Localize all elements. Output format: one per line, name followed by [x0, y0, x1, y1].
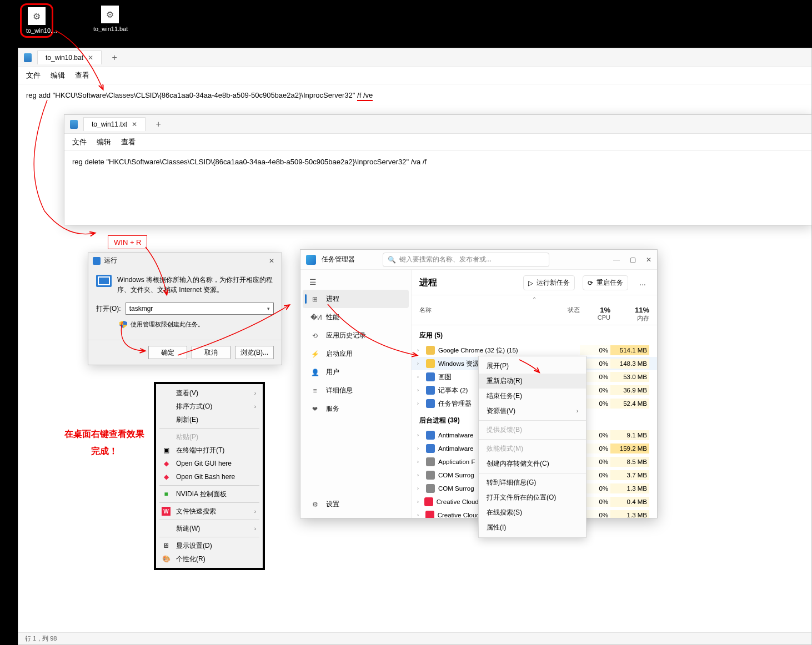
blank-icon [162, 432, 171, 441]
chevron-right-icon[interactable]: › [417, 512, 422, 518]
process-mem: 514.1 MB [610, 345, 649, 355]
ctx-item[interactable]: 转到详细信息(G) [479, 475, 586, 490]
chevron-right-icon: › [254, 508, 256, 515]
menu-view[interactable]: 查看 [121, 137, 136, 147]
ctx-item[interactable]: 展开(P) [479, 359, 586, 374]
chevron-right-icon[interactable]: › [417, 374, 423, 380]
close-icon[interactable]: ✕ [266, 257, 277, 265]
chevron-right-icon[interactable]: › [417, 459, 423, 465]
maximize-icon[interactable]: ▢ [630, 256, 636, 264]
chevron-right-icon[interactable]: › [417, 401, 423, 406]
ctx-item[interactable]: 排序方式(O)› [156, 400, 263, 413]
more-button[interactable]: … [636, 278, 649, 288]
editor-text-underlined: /f /ve [357, 91, 373, 101]
process-mem: 8.5 MB [610, 457, 649, 467]
process-icon [426, 386, 435, 395]
menu-edit[interactable]: 编辑 [97, 137, 111, 147]
run-new-label: 运行新任务 [537, 278, 570, 288]
new-tab-button[interactable]: + [107, 53, 122, 63]
ctx-item[interactable]: 创建内存转储文件(C) [479, 456, 586, 471]
col-mem[interactable]: 内存 [610, 314, 649, 323]
close-tab-icon[interactable]: ✕ [88, 54, 93, 62]
menu-view[interactable]: 查看 [75, 70, 89, 80]
sidebar-item[interactable]: ≡详细信息 [303, 381, 409, 400]
sidebar-item[interactable]: ⊞进程 [303, 290, 409, 308]
editor-content[interactable]: reg delete "HKCU\Software\Classes\CLSID\… [64, 151, 811, 173]
close-icon[interactable]: ✕ [646, 256, 651, 264]
ctx-item[interactable]: 在线搜索(S) [479, 505, 586, 520]
col-status[interactable]: 状态 [568, 306, 580, 313]
run-open-label: 打开(O): [96, 304, 121, 314]
taskmgr-search-input[interactable]: 🔍 键入要搜索的名称、发布者或... [383, 253, 549, 267]
tab-to-win10[interactable]: to_win10.bat ✕ [37, 51, 102, 64]
close-tab-icon[interactable]: ✕ [132, 120, 137, 128]
restart-task-button[interactable]: ⟳重启任务 [583, 275, 628, 290]
process-row[interactable]: ›Google Chrome (32 位) (15)0%514.1 MB [412, 344, 657, 357]
chevron-right-icon[interactable]: › [417, 486, 423, 491]
desktop-icon-to-win10[interactable]: ⚙ to_win10.... [20, 3, 53, 38]
editor-content[interactable]: reg add "HKCU\Software\Classes\CLSID\{86… [18, 84, 811, 106]
sidebar-item[interactable]: ⚡启动应用 [303, 345, 409, 363]
ctx-item[interactable]: ▣在终端中打开(T) [156, 444, 263, 457]
chevron-right-icon[interactable]: › [417, 432, 423, 438]
col-name[interactable]: 名称 [419, 306, 432, 313]
process-mem: 0.4 MB [610, 497, 649, 507]
sidebar-item[interactable]: 👤用户 [303, 363, 409, 381]
mem-percent: 11% [610, 306, 649, 314]
ctx-item[interactable]: ◆Open Git GUI here [156, 457, 263, 470]
ctx-item[interactable]: 重新启动(R) [479, 374, 586, 389]
process-icon [426, 431, 435, 440]
process-icon [426, 359, 435, 368]
ctx-item[interactable]: 新建(W)› [156, 522, 263, 535]
bat-file-icon: ⚙ [28, 7, 46, 25]
taskmgr-title: 任务管理器 [322, 255, 355, 264]
nav-icon: ≡ [310, 387, 319, 395]
ctx-item[interactable]: 🖥显示设置(D) [156, 539, 263, 552]
sidebar-item[interactable]: ❤服务 [303, 400, 409, 418]
run-new-task-button[interactable]: ▷运行新任务 [523, 275, 575, 290]
sidebar-item-settings[interactable]: ⚙ 设置 [303, 495, 409, 513]
ctx-item[interactable]: 🎨个性化(R) [156, 552, 263, 566]
minimize-icon[interactable]: — [613, 256, 620, 264]
ctx-item[interactable]: 刷新(E) [156, 413, 263, 426]
chevron-right-icon[interactable]: › [417, 387, 423, 393]
ctx-item[interactable]: 打开文件所在的位置(O) [479, 490, 586, 505]
sidebar-item-label: 设置 [326, 500, 339, 509]
nav-icon: ❤ [310, 405, 319, 413]
ctx-item-label: 在终端中打开(T) [176, 446, 224, 455]
sidebar-item[interactable]: ⟲应用历史记录 [303, 326, 409, 345]
run-admin-text: 使用管理权限创建此任务。 [131, 320, 204, 329]
ctx-item[interactable]: ■NVIDIA 控制面板 [156, 487, 263, 501]
tab-to-win11[interactable]: to_win11.txt ✕ [83, 117, 146, 131]
col-cpu[interactable]: CPU [580, 314, 610, 321]
menu-edit[interactable]: 编辑 [51, 70, 65, 80]
sidebar-item[interactable]: �И性能 [303, 308, 409, 326]
browse-button[interactable]: 浏览(B)... [235, 346, 274, 359]
chevron-down-icon[interactable]: ▾ [267, 306, 270, 311]
ctx-item[interactable]: 查看(V)› [156, 386, 263, 400]
ctx-item[interactable]: 资源值(V)› [479, 404, 586, 419]
menu-file[interactable]: 文件 [72, 137, 87, 147]
run-open-input[interactable]: taskmgr ▾ [126, 303, 274, 315]
ctx-item-label: 转到详细信息(G) [487, 478, 536, 487]
ctx-item[interactable]: ◆Open Git Bash here [156, 470, 263, 483]
chevron-right-icon[interactable]: › [417, 472, 423, 478]
chevron-right-icon[interactable]: › [417, 499, 421, 505]
ctx-item-label: 创建内存转储文件(C) [487, 459, 549, 468]
new-tab-button[interactable]: + [151, 119, 166, 129]
ctx-item[interactable]: W文件快速搜索› [156, 505, 263, 518]
chevron-right-icon[interactable]: › [417, 361, 423, 366]
sidebar-item-label: 服务 [326, 404, 339, 414]
nav-icon: ⚡ [310, 350, 319, 358]
hamburger-icon[interactable]: ☰ [303, 274, 409, 290]
chevron-right-icon[interactable]: › [417, 446, 423, 451]
desktop-icon-to-win11[interactable]: ⚙ to_win11.bat [93, 6, 127, 32]
ctx-item[interactable]: 属性(I) [479, 520, 586, 535]
ctx-item-label: Open Git Bash here [176, 473, 235, 481]
cancel-button[interactable]: 取消 [192, 346, 230, 359]
ctx-item[interactable]: 结束任务(E) [479, 389, 586, 404]
notepad-file-icon [24, 53, 32, 62]
chevron-right-icon[interactable]: › [417, 347, 423, 353]
ok-button[interactable]: 确定 [148, 346, 187, 359]
menu-file[interactable]: 文件 [26, 70, 41, 80]
